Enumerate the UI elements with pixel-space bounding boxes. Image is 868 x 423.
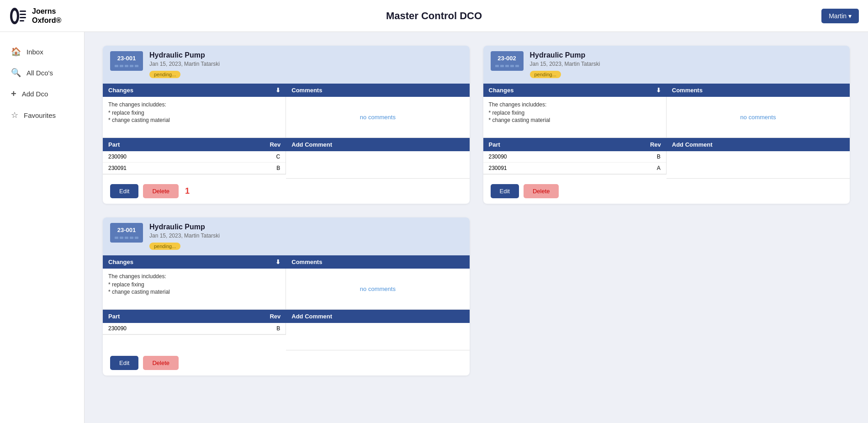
card-1-add-comment-body[interactable]: [286, 151, 469, 179]
change-item: replace fixing: [108, 110, 280, 116]
card-2-title: Hydraulic Pump: [530, 51, 600, 59]
card-2-header: 23-002 Hydraulic Pump Jan 15, 2023, Mart…: [483, 46, 850, 84]
user-menu-button[interactable]: Martin ▾: [821, 9, 859, 23]
card-3-delete-button[interactable]: Delete: [143, 356, 179, 370]
card-2-sections: Changes ⬇ The changes includdes: replace…: [483, 84, 850, 138]
sidebar: 🏠 Inbox 🔍 All Dco's + Add Dco ☆ Favourit…: [0, 32, 85, 423]
card-2-add-comment-body[interactable]: [667, 151, 850, 179]
card-2-add-comment-header: Add Comment: [667, 138, 850, 151]
card-2-delete-button[interactable]: Delete: [524, 184, 559, 198]
card-1-parts-body: 230090 C 230091 B: [103, 151, 286, 174]
table-row: 230091 B: [103, 163, 286, 174]
logo-text-line2: Oxford®: [32, 16, 61, 25]
app-header: Joerns Oxford® Master Control DCO Martin…: [0, 0, 868, 32]
page-title: Master Control DCO: [386, 10, 482, 22]
sidebar-label-favourites: Favourites: [24, 111, 56, 119]
card-3-subtitle: Jan 15, 2023, Martin Tatarski: [149, 233, 220, 239]
card-1-edit-button[interactable]: Edit: [110, 184, 138, 198]
card-1-add-comment-header: Add Comment: [286, 138, 469, 151]
card-2-parts-section: Part Rev 230090 B 230091 A: [483, 138, 850, 179]
card-3-comments-header: Comments: [286, 255, 469, 269]
change-item: change casting material: [108, 289, 280, 295]
card-2-changes-header: Changes ⬇: [483, 84, 667, 97]
card-3-footer: Edit Delete: [103, 350, 470, 375]
sidebar-item-inbox[interactable]: 🏠 Inbox: [0, 41, 84, 62]
card-2-comments-header: Comments: [667, 84, 850, 97]
change-item: replace fixing: [489, 110, 661, 116]
svg-rect-5: [20, 20, 24, 21]
logo-icon: [9, 7, 27, 25]
card-3-changes-body: The changes includdes: replace fixing ch…: [103, 269, 286, 310]
cards-grid: 23-001 Hydraulic Pump Jan 15, 2023, Mart…: [103, 46, 850, 375]
card-3-add-comment-header: Add Comment: [286, 310, 469, 323]
sidebar-label-add-dco: Add Dco: [22, 90, 48, 98]
card-3-changes-header: Changes ⬇: [103, 255, 286, 269]
sidebar-item-add-dco[interactable]: + Add Dco: [0, 83, 84, 105]
card-1-badge: 23-001: [110, 51, 143, 71]
card-1-parts-section: Part Rev 230090 C 230091 B: [103, 138, 470, 179]
left-column: 23-001 Hydraulic Pump Jan 15, 2023, Mart…: [103, 46, 470, 375]
star-icon: ☆: [11, 110, 18, 120]
card-1-notification: 1: [185, 186, 190, 196]
search-icon: 🔍: [11, 68, 21, 78]
card-1-changes-body: The changes includdes: replace fixing ch…: [103, 97, 286, 138]
card-3-comments-body: no comments: [286, 269, 469, 310]
table-row: 230090 B: [483, 151, 666, 163]
card-1-footer: Edit Delete 1: [103, 179, 470, 204]
home-icon: 🏠: [11, 47, 21, 57]
card-1-changes-header: Changes ⬇: [103, 84, 286, 97]
dco-card-1: 23-001 Hydraulic Pump Jan 15, 2023, Mart…: [103, 46, 470, 204]
card-3-add-comment-body[interactable]: [286, 323, 469, 350]
table-row: 230091 A: [483, 163, 666, 174]
logo-text-line1: Joerns: [32, 7, 61, 16]
right-column: 23-002 Hydraulic Pump Jan 15, 2023, Mart…: [483, 46, 850, 375]
card-1-comments-body: no comments: [286, 97, 469, 138]
card-3-sections: Changes ⬇ The changes includdes: replace…: [103, 255, 470, 310]
sidebar-item-favourites[interactable]: ☆ Favourites: [0, 105, 84, 126]
sidebar-label-all-dcos: All Dco's: [26, 69, 53, 77]
card-1-status: pending...: [149, 71, 180, 78]
card-2-comments-body: no comments: [667, 97, 850, 138]
card-2-parts-body: 230090 B 230091 A: [483, 151, 667, 174]
table-row: 230090 B: [103, 323, 286, 334]
dco-card-2: 23-002 Hydraulic Pump Jan 15, 2023, Mart…: [483, 46, 850, 204]
download-icon[interactable]: ⬇: [656, 87, 661, 94]
card-1-header: 23-001 Hydraulic Pump Jan 15, 2023, Mart…: [103, 46, 470, 84]
card-1-comments-header: Comments: [286, 84, 469, 97]
card-1-delete-button[interactable]: Delete: [143, 184, 179, 198]
content-area: 23-001 Hydraulic Pump Jan 15, 2023, Mart…: [85, 32, 868, 423]
change-item: change casting material: [489, 117, 661, 123]
card-2-badge: 23-002: [491, 51, 524, 71]
download-icon[interactable]: ⬇: [275, 87, 281, 94]
change-item: replace fixing: [108, 281, 280, 288]
card-3-edit-button[interactable]: Edit: [110, 356, 138, 370]
card-1-sections: Changes ⬇ The changes includdes: replace…: [103, 84, 470, 138]
card-2-edit-button[interactable]: Edit: [491, 184, 519, 198]
plus-icon: +: [11, 89, 16, 99]
download-icon[interactable]: ⬇: [275, 259, 281, 265]
sidebar-item-all-dcos[interactable]: 🔍 All Dco's: [0, 62, 84, 83]
card-3-parts-header: Part Rev: [103, 310, 286, 323]
card-3-header: 23-001 Hydraulic Pump Jan 15, 2023, Mart…: [103, 217, 470, 255]
card-2-footer: Edit Delete: [483, 179, 850, 204]
svg-rect-2: [20, 11, 26, 12]
svg-point-1: [12, 11, 17, 21]
card-3-badge: 23-001: [110, 223, 143, 243]
svg-rect-4: [20, 17, 26, 18]
card-1-title: Hydraulic Pump: [149, 51, 220, 59]
card-3-status: pending...: [149, 243, 180, 250]
change-item: change casting material: [108, 117, 280, 123]
card-2-changes-body: The changes includdes: replace fixing ch…: [483, 97, 667, 138]
card-3-parts-section: Part Rev 230090 B: [103, 310, 470, 350]
card-1-parts-header: Part Rev: [103, 138, 286, 151]
logo: Joerns Oxford®: [9, 7, 61, 25]
card-2-subtitle: Jan 15, 2023, Martin Tatarski: [530, 61, 600, 67]
main-layout: 🏠 Inbox 🔍 All Dco's + Add Dco ☆ Favourit…: [0, 32, 868, 423]
dco-card-3: 23-001 Hydraulic Pump Jan 15, 2023, Mart…: [103, 217, 470, 375]
card-2-status: pending...: [530, 71, 561, 78]
sidebar-label-inbox: Inbox: [26, 48, 43, 56]
card-3-parts-body: 230090 B: [103, 323, 286, 335]
card-3-title: Hydraulic Pump: [149, 223, 220, 231]
svg-rect-3: [20, 14, 26, 15]
table-row: 230090 C: [103, 151, 286, 163]
